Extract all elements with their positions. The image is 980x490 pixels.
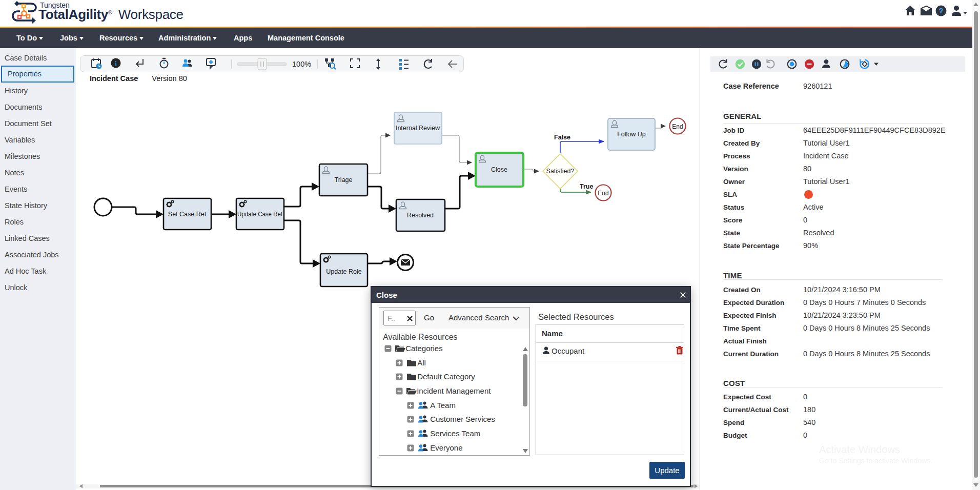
- svg-text:Set Case Ref: Set Case Ref: [168, 211, 207, 218]
- svg-text:Triage: Triage: [335, 176, 353, 183]
- svg-text:Update Case Ref: Update Case Ref: [237, 211, 282, 218]
- svg-text:Satisfied?: Satisfied?: [546, 168, 575, 175]
- svg-text:Close: Close: [491, 166, 507, 173]
- svg-text:Internal Review: Internal Review: [396, 125, 440, 132]
- svg-text:True: True: [580, 183, 593, 190]
- svg-text:100%: 100%: [292, 60, 311, 68]
- svg-text:End: End: [672, 123, 683, 130]
- svg-text:i: i: [115, 59, 117, 67]
- svg-text:?: ?: [939, 7, 944, 15]
- svg-text:Update Role: Update Role: [326, 268, 362, 275]
- svg-text:Follow Up: Follow Up: [617, 131, 646, 138]
- svg-text:Resolved: Resolved: [407, 212, 434, 219]
- svg-text:False: False: [554, 134, 570, 141]
- svg-text:End: End: [598, 190, 608, 197]
